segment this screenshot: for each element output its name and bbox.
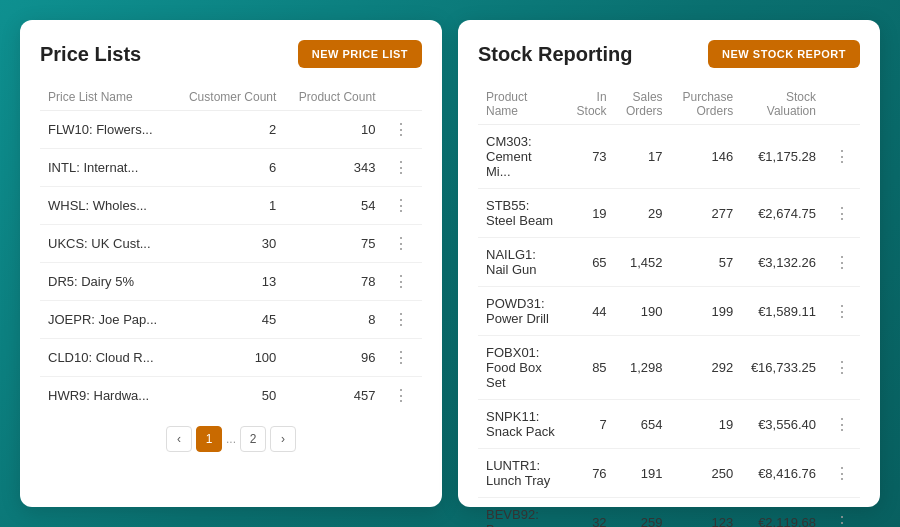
- sr-purchase-orders: 123: [671, 498, 742, 528]
- sr-valuation: €16,733.25: [741, 336, 824, 400]
- pl-customers: 30: [174, 225, 285, 263]
- sr-menu[interactable]: ⋮: [824, 449, 860, 498]
- sr-in-stock: 32: [567, 498, 614, 528]
- sr-sales-orders: 190: [615, 287, 671, 336]
- stock-row: POWD31: Power Drill 44 190 199 €1,589.11…: [478, 287, 860, 336]
- pl-customers: 1: [174, 187, 285, 225]
- pl-menu[interactable]: ⋮: [383, 111, 422, 149]
- col-product-name: Product Name: [478, 84, 567, 125]
- stock-row: LUNTR1: Lunch Tray 76 191 250 €8,416.76 …: [478, 449, 860, 498]
- col-sales-orders: Sales Orders: [615, 84, 671, 125]
- sr-menu[interactable]: ⋮: [824, 125, 860, 189]
- price-list-row: CLD10: Cloud R... 100 96 ⋮: [40, 339, 422, 377]
- price-list-page-2[interactable]: 2: [240, 426, 266, 452]
- pl-menu[interactable]: ⋮: [383, 225, 422, 263]
- stock-reporting-panel: Stock Reporting NEW STOCK REPORT Product…: [458, 20, 880, 507]
- sr-sales-orders: 17: [615, 125, 671, 189]
- sr-valuation: €1,175.28: [741, 125, 824, 189]
- sr-menu[interactable]: ⋮: [824, 336, 860, 400]
- pl-customers: 45: [174, 301, 285, 339]
- pl-name: JOEPR: Joe Pap...: [40, 301, 174, 339]
- sr-name: POWD31: Power Drill: [478, 287, 567, 336]
- price-list-row: INTL: Internat... 6 343 ⋮: [40, 149, 422, 187]
- pl-products: 96: [284, 339, 383, 377]
- sr-sales-orders: 29: [615, 189, 671, 238]
- sr-menu[interactable]: ⋮: [824, 189, 860, 238]
- col-purchase-orders: Purchase Orders: [671, 84, 742, 125]
- pl-name: INTL: Internat...: [40, 149, 174, 187]
- pl-products: 78: [284, 263, 383, 301]
- sr-in-stock: 7: [567, 400, 614, 449]
- col-in-stock: In Stock: [567, 84, 614, 125]
- sr-sales-orders: 191: [615, 449, 671, 498]
- col-customer-count: Customer Count: [174, 84, 285, 111]
- price-list-row: WHSL: Wholes... 1 54 ⋮: [40, 187, 422, 225]
- pl-menu[interactable]: ⋮: [383, 263, 422, 301]
- price-list-row: HWR9: Hardwa... 50 457 ⋮: [40, 377, 422, 415]
- pl-menu[interactable]: ⋮: [383, 187, 422, 225]
- sr-in-stock: 19: [567, 189, 614, 238]
- price-lists-panel: Price Lists NEW PRICE LIST Price List Na…: [20, 20, 442, 507]
- pl-name: WHSL: Wholes...: [40, 187, 174, 225]
- sr-name: CM303: Cement Mi...: [478, 125, 567, 189]
- sr-sales-orders: 1,452: [615, 238, 671, 287]
- stock-row: BEVB92: Beverage... 32 259 123 €2,119.68…: [478, 498, 860, 528]
- pl-name: FLW10: Flowers...: [40, 111, 174, 149]
- pl-products: 343: [284, 149, 383, 187]
- sr-menu[interactable]: ⋮: [824, 238, 860, 287]
- sr-menu[interactable]: ⋮: [824, 287, 860, 336]
- sr-name: BEVB92: Beverage...: [478, 498, 567, 528]
- price-list-page-1[interactable]: 1: [196, 426, 222, 452]
- sr-purchase-orders: 250: [671, 449, 742, 498]
- stock-row: NAILG1: Nail Gun 65 1,452 57 €3,132.26 ⋮: [478, 238, 860, 287]
- sr-valuation: €8,416.76: [741, 449, 824, 498]
- pl-customers: 6: [174, 149, 285, 187]
- price-lists-header: Price Lists NEW PRICE LIST: [40, 40, 422, 68]
- sr-sales-orders: 654: [615, 400, 671, 449]
- sr-valuation: €2,674.75: [741, 189, 824, 238]
- pl-customers: 50: [174, 377, 285, 415]
- sr-in-stock: 65: [567, 238, 614, 287]
- pl-products: 8: [284, 301, 383, 339]
- sr-name: FOBX01: Food Box Set: [478, 336, 567, 400]
- new-stock-report-button[interactable]: NEW STOCK REPORT: [708, 40, 860, 68]
- col-actions-pl: [383, 84, 422, 111]
- sr-name: NAILG1: Nail Gun: [478, 238, 567, 287]
- pl-menu[interactable]: ⋮: [383, 377, 422, 415]
- sr-in-stock: 44: [567, 287, 614, 336]
- price-list-next[interactable]: ›: [270, 426, 296, 452]
- sr-in-stock: 85: [567, 336, 614, 400]
- stock-row: FOBX01: Food Box Set 85 1,298 292 €16,73…: [478, 336, 860, 400]
- sr-purchase-orders: 277: [671, 189, 742, 238]
- pl-name: HWR9: Hardwa...: [40, 377, 174, 415]
- price-list-row: DR5: Dairy 5% 13 78 ⋮: [40, 263, 422, 301]
- new-price-list-button[interactable]: NEW PRICE LIST: [298, 40, 422, 68]
- sr-valuation: €3,132.26: [741, 238, 824, 287]
- pl-menu[interactable]: ⋮: [383, 149, 422, 187]
- col-price-list-name: Price List Name: [40, 84, 174, 111]
- stock-reporting-title: Stock Reporting: [478, 43, 632, 66]
- sr-menu[interactable]: ⋮: [824, 400, 860, 449]
- sr-menu[interactable]: ⋮: [824, 498, 860, 528]
- pl-menu[interactable]: ⋮: [383, 301, 422, 339]
- sr-valuation: €2,119.68: [741, 498, 824, 528]
- sr-valuation: €3,556.40: [741, 400, 824, 449]
- stock-reporting-table: Product Name In Stock Sales Orders Purch…: [478, 84, 860, 527]
- pl-products: 54: [284, 187, 383, 225]
- sr-purchase-orders: 57: [671, 238, 742, 287]
- sr-purchase-orders: 292: [671, 336, 742, 400]
- sr-valuation: €1,589.11: [741, 287, 824, 336]
- pl-menu[interactable]: ⋮: [383, 339, 422, 377]
- pl-name: UKCS: UK Cust...: [40, 225, 174, 263]
- pl-name: CLD10: Cloud R...: [40, 339, 174, 377]
- main-container: Price Lists NEW PRICE LIST Price List Na…: [0, 0, 900, 527]
- sr-sales-orders: 1,298: [615, 336, 671, 400]
- col-stock-valuation: Stock Valuation: [741, 84, 824, 125]
- stock-row: STB55: Steel Beam 19 29 277 €2,674.75 ⋮: [478, 189, 860, 238]
- pl-products: 10: [284, 111, 383, 149]
- sr-in-stock: 73: [567, 125, 614, 189]
- sr-in-stock: 76: [567, 449, 614, 498]
- col-actions-sr: [824, 84, 860, 125]
- sr-purchase-orders: 146: [671, 125, 742, 189]
- price-list-prev[interactable]: ‹: [166, 426, 192, 452]
